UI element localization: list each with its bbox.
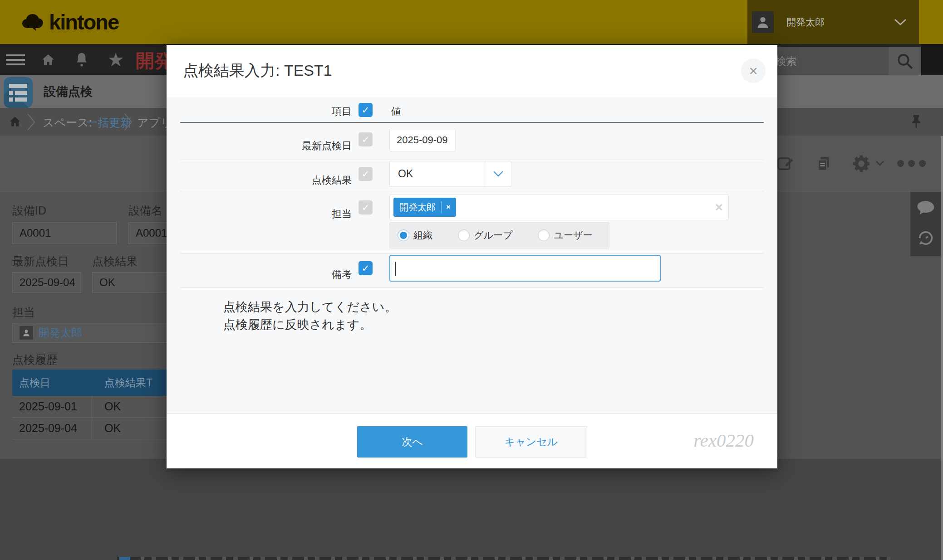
divider	[180, 160, 764, 160]
app-title[interactable]: 設備点検	[44, 83, 93, 100]
dialog-form: 項目 ✓ 値 最新点検日 ✓ 2025-09-09 点検結果 ✓ OK	[167, 97, 777, 414]
date-row-checkbox[interactable]: ✓	[359, 132, 373, 146]
cutoff-content-strip	[119, 557, 130, 560]
person-icon	[22, 328, 31, 337]
close-icon: ×	[749, 63, 758, 79]
ellipsis-icon	[897, 160, 926, 167]
settings-dropdown[interactable]	[873, 136, 887, 191]
hamburger-icon	[6, 52, 25, 68]
search-button[interactable]	[889, 47, 921, 75]
remarks-row-checkbox[interactable]: ✓	[359, 261, 373, 275]
user-name: 開発太郎	[786, 16, 825, 29]
radio-user[interactable]: ユーザー	[538, 229, 592, 242]
cloud-logo-icon	[20, 11, 46, 33]
divider	[180, 253, 764, 253]
next-button[interactable]: 次へ	[357, 426, 467, 458]
field-value-last-date: 2025-09-04	[12, 272, 81, 293]
cutoff-content-strip	[117, 557, 890, 560]
assignee-entity-input[interactable]: 開発太郎 × ×	[389, 194, 729, 220]
copy-document-icon	[815, 154, 833, 173]
column-header-item: 項目	[167, 105, 352, 118]
home-icon	[40, 52, 56, 68]
select-all-checkbox[interactable]: ✓	[359, 103, 373, 117]
duplicate-record-button[interactable]	[812, 136, 835, 191]
divider	[180, 191, 764, 191]
home-button[interactable]	[37, 44, 59, 75]
row-label-date: 最新点検日	[167, 139, 352, 153]
edit-record-button[interactable]	[774, 136, 797, 191]
breadcrumb-home[interactable]	[8, 115, 22, 130]
list-glyph-icon	[9, 84, 27, 104]
entity-type-radio-group: 組織 グループ ユーザー	[389, 222, 609, 248]
global-header: kintone 開発太郎	[0, 0, 943, 44]
remarks-input[interactable]	[389, 255, 661, 282]
row-label-remarks: 備考	[167, 268, 352, 282]
check-icon: ✓	[362, 202, 370, 213]
chevron-separator-icon	[26, 112, 36, 132]
check-icon: ✓	[362, 105, 370, 116]
field-label-equip-name: 設備名	[128, 203, 162, 218]
assignee-tag: 開発太郎 ×	[393, 198, 456, 217]
date-input[interactable]: 2025-09-09	[389, 129, 456, 151]
radio-organization[interactable]: 組織	[398, 229, 432, 242]
user-avatar	[20, 326, 33, 340]
message-line: 点検履歴に反映されます。	[223, 316, 397, 334]
row-label-result: 点検結果	[167, 174, 352, 187]
settings-button[interactable]	[850, 136, 873, 191]
chevron-down-icon	[894, 18, 907, 26]
divider	[180, 287, 764, 288]
assignee-link[interactable]: 開発太郎	[39, 326, 82, 340]
page-lower-area	[0, 459, 943, 560]
star-icon: ★	[107, 49, 124, 71]
chevron-down-icon	[875, 161, 884, 166]
user-menu[interactable]: 開発太郎	[747, 0, 919, 44]
column-header: 点検日	[12, 376, 92, 390]
column-header: 点検結果T	[92, 376, 152, 390]
edit-icon	[776, 154, 795, 173]
hamburger-menu-button[interactable]	[5, 44, 26, 75]
comments-button[interactable]	[916, 200, 935, 218]
result-dropdown[interactable]: OK	[389, 161, 511, 187]
record-side-rail	[910, 192, 941, 256]
text-cursor	[395, 262, 396, 276]
row-label-assignee: 担当	[167, 207, 352, 221]
dialog-message: 点検結果を入力してください。 点検履歴に反映されます。	[223, 298, 397, 334]
nav-corner	[921, 44, 943, 75]
app-icon[interactable]	[4, 77, 33, 108]
field-value-equip-id: A0001	[12, 222, 117, 244]
user-avatar	[752, 11, 774, 33]
gear-icon	[851, 153, 872, 174]
person-icon	[755, 15, 771, 30]
watermark: rex0220	[693, 429, 754, 451]
radio-selected-icon	[398, 229, 409, 241]
inspection-input-dialog: 点検結果入力: TEST1 × 項目 ✓ 値 最新点検日 ✓ 2025-09-0…	[167, 45, 777, 468]
dropdown-toggle[interactable]	[485, 161, 511, 186]
pin-button[interactable]	[910, 114, 922, 131]
chevron-separator-icon	[123, 112, 133, 132]
history-table-label: 点検履歴	[12, 352, 58, 367]
clear-all-icon[interactable]: ×	[715, 200, 723, 214]
more-options-button[interactable]	[897, 136, 926, 191]
tag-divider	[441, 201, 442, 213]
dialog-title: 点検結果入力: TEST1	[183, 60, 332, 81]
favorites-button[interactable]: ★	[105, 44, 126, 75]
tag-remove-icon[interactable]: ×	[446, 203, 456, 212]
result-row-checkbox[interactable]: ✓	[359, 167, 373, 181]
check-icon: ✓	[362, 169, 370, 180]
notifications-button[interactable]	[72, 44, 92, 75]
radio-icon	[538, 229, 550, 241]
history-button[interactable]	[917, 229, 935, 249]
field-label-result: 点検結果	[92, 254, 138, 269]
chevron-down-icon	[493, 170, 504, 177]
radio-icon	[458, 229, 470, 241]
dialog-close-button[interactable]: ×	[741, 58, 766, 83]
field-label-last-date: 最新点検日	[12, 254, 69, 269]
check-icon: ✓	[362, 263, 370, 274]
assignee-row-checkbox[interactable]: ✓	[359, 200, 373, 214]
cancel-button[interactable]: キャンセル	[475, 426, 587, 458]
brand-text: kintone	[49, 10, 118, 34]
radio-group-option[interactable]: グループ	[458, 229, 512, 242]
kintone-logo[interactable]: kintone	[20, 7, 118, 36]
scrollbar[interactable]	[941, 136, 943, 560]
divider	[180, 122, 764, 123]
